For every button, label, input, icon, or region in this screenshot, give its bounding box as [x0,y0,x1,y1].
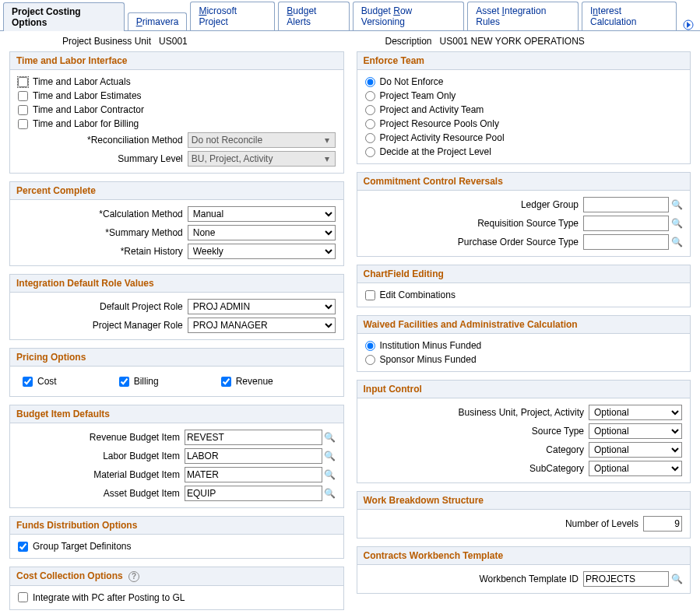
lbl-decide-at-project-level: Decide at the Project Level [380,146,491,157]
lbl-do-not-enforce: Do Not Enforce [380,76,444,87]
inp-labor-budget-item[interactable] [185,448,322,464]
lbl-summary-method: *Summary Method [18,227,188,238]
group-time-and-labor-interface: Time and Labor Interface Time and Labor … [9,51,344,174]
lookup-icon[interactable]: 🔍 [325,488,336,499]
sel-bupa[interactable]: Optional [589,405,682,420]
rad-project-team-only[interactable] [365,91,375,101]
sel-retain-history[interactable]: Weekly [188,244,336,259]
lbl-project-manager-role: Project Manager Role [18,320,188,331]
sel-summary-method[interactable]: None [188,225,336,240]
rad-project-activity-team[interactable] [365,105,375,115]
tab-asset-integration-rules[interactable]: Asset Integration Rules [467,2,579,30]
lbl-number-of-levels: Number of Levels [565,518,643,529]
sel-default-project-role[interactable]: PROJ ADMIN [188,299,336,314]
inp-revenue-budget-item[interactable] [185,430,322,445]
lbl-subcategory: SubCategory [529,463,589,474]
help-icon[interactable]: ? [128,571,139,582]
chk-pricing-revenue[interactable] [221,377,231,387]
sel-recon-method[interactable]: Do not Reconcile▾ [188,132,336,148]
tab-budget-alerts[interactable]: Budget Alerts [278,2,349,30]
tab-project-costing-options[interactable]: Project Costing Options [3,2,125,31]
lbl-sponsor-minus-funded: Sponsor Minus Funded [380,354,477,365]
group-title: Integration Default Role Values [10,275,343,293]
lookup-icon[interactable]: 🔍 [671,574,682,584]
tab-microsoft-project[interactable]: Microsoft Project [190,2,275,30]
group-title: Waived Facilities and Administrative Cal… [357,316,691,334]
rad-institution-minus-funded[interactable] [365,341,375,351]
chk-tl-billing[interactable] [18,119,28,129]
lbl-ledger-group: Ledger Group [521,199,583,210]
lookup-icon[interactable]: 🔍 [671,218,682,229]
sel-subcategory[interactable]: Optional [589,461,682,476]
chk-pricing-billing[interactable] [119,377,129,387]
inp-material-budget-item[interactable] [185,467,322,482]
lbl-category: Category [546,444,589,455]
group-funds-distribution-options: Funds Distribution Options Group Target … [9,516,344,559]
tab-budget-row-versioning[interactable]: Budget Row Versioning [353,2,464,30]
rad-project-resource-pools-only[interactable] [365,119,375,129]
sel-project-manager-role[interactable]: PROJ MANAGER [188,318,336,333]
tabstrip: Project Costing Options Primavera Micros… [0,0,700,31]
group-title: Work Breakdown Structure [357,492,691,510]
tab-scroll-right-icon[interactable] [680,19,697,30]
inp-requisition-source-type[interactable] [583,216,669,231]
lookup-icon[interactable]: 🔍 [671,237,682,247]
inp-ledger-group[interactable] [583,197,669,212]
chk-tl-contractor[interactable] [18,105,28,115]
group-budget-item-defaults: Budget Item Defaults Revenue Budget Item… [9,405,344,508]
group-pricing-options: Pricing Options Cost Billing Revenue [9,348,344,397]
group-title: Funds Distribution Options [10,517,343,535]
lbl-pricing-billing: Billing [134,376,159,387]
sel-source-type[interactable]: Optional [589,423,682,439]
lbl-pricing-revenue: Revenue [236,376,273,387]
lbl-revenue-budget-item: Revenue Budget Item [18,432,185,443]
lbl-integrate-with-pc: Integrate with PC after Posting to GL [33,592,185,603]
group-title: Time and Labor Interface [10,52,343,70]
lbl-workbench-template-id: Workbench Template ID [479,574,583,584]
lbl-pricing-cost: Cost [37,376,57,387]
sel-category[interactable]: Optional [589,442,682,458]
lbl-recon-method: *Reconciliation Method [18,135,188,146]
inp-po-source-type[interactable] [583,234,669,250]
chk-tl-actuals[interactable] [18,77,28,87]
lookup-icon[interactable]: 🔍 [325,469,336,480]
lbl-tl-billing: Time and Labor for Billing [33,118,139,129]
inp-asset-budget-item[interactable] [185,486,322,501]
group-work-breakdown-structure: Work Breakdown Structure Number of Level… [357,491,691,539]
chk-integrate-with-pc[interactable] [18,592,28,602]
chk-pricing-cost[interactable] [23,377,33,387]
rad-decide-at-project-level[interactable] [365,147,375,157]
lookup-icon[interactable]: 🔍 [325,432,336,443]
lbl-labor-budget-item: Labor Budget Item [18,451,185,461]
chk-group-target-definitions[interactable] [18,542,28,552]
sel-summary-level[interactable]: BU, Project, Activity▾ [188,151,336,167]
lbl-tl-contractor: Time and Labor Contractor [33,104,144,115]
lbl-tl-estimates: Time and Labor Estimates [33,90,142,101]
lookup-icon[interactable]: 🔍 [671,199,682,210]
lbl-material-budget-item: Material Budget Item [18,469,185,480]
group-contracts-workbench-template: Contracts Workbench Template Workbench T… [357,546,691,594]
inp-workbench-template-id[interactable] [583,571,669,587]
group-integration-default-role-values: Integration Default Role Values Default … [9,274,344,340]
rad-project-activity-resource-pool[interactable] [365,133,375,143]
rad-sponsor-minus-funded[interactable] [365,355,375,365]
sel-calc-method[interactable]: Manual [188,206,336,222]
group-title: Cost Collection Options ? [10,567,343,586]
group-title: Contracts Workbench Template [357,547,691,565]
inp-number-of-levels[interactable] [643,516,682,532]
group-chartfield-editing: ChartField Editing Edit Combinations [357,265,691,307]
group-title: Pricing Options [10,349,343,367]
rad-do-not-enforce[interactable] [365,77,375,87]
description-label: Description [385,36,432,47]
tab-interest-calculation[interactable]: Interest Calculation [582,2,677,30]
lbl-source-type: Source Type [532,426,589,437]
group-title: Commitment Control Reversals [357,173,691,191]
group-title: Enforce Team [357,52,691,70]
group-input-control: Input Control Business Unit, Project, Ac… [357,380,691,483]
chk-edit-combinations[interactable] [365,290,375,300]
group-percent-complete: Percent Complete *Calculation Method Man… [9,181,344,266]
lbl-calc-method: *Calculation Method [18,209,188,219]
chk-tl-estimates[interactable] [18,91,28,101]
lookup-icon[interactable]: 🔍 [325,451,336,461]
tab-primavera[interactable]: Primavera [128,12,188,30]
